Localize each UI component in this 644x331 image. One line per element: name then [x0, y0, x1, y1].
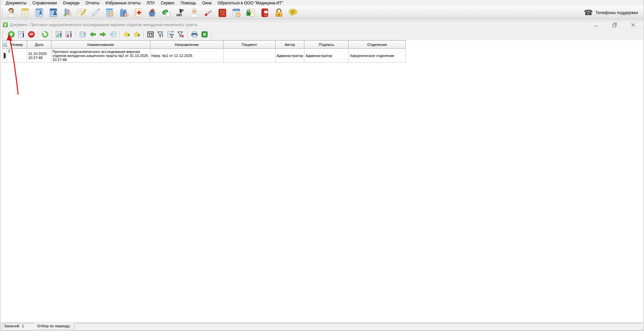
menu-windows[interactable]: Окна: [199, 0, 214, 6]
menu-directories[interactable]: Справочники: [30, 0, 60, 6]
main-toolbar: ☎ Телефоны поддержки: [1, 6, 643, 20]
documents-table: Номер Дата Наименование Направление Паци…: [2, 40, 406, 63]
print-button[interactable]: [189, 30, 199, 39]
edit-button[interactable]: [16, 30, 26, 39]
toolbar-separator: [211, 31, 211, 38]
status-bar: Записей: 1 Отбор по периоду:: [1, 322, 643, 330]
chat-icon[interactable]: [288, 8, 298, 18]
toolbar-separator: [52, 31, 52, 38]
menu-reports[interactable]: Отчеты: [83, 0, 102, 6]
column-properties-button[interactable]: [3, 41, 7, 49]
filter-form-button[interactable]: [165, 30, 176, 39]
document-list-area: Номер Дата Наименование Направление Паци…: [1, 40, 643, 322]
lock-icon[interactable]: [274, 8, 284, 18]
menu-contact-vendor[interactable]: Обратиться в ООО "Медицина-ИТ": [214, 0, 286, 6]
toolbar-gripper[interactable]: [2, 8, 4, 18]
restore-button[interactable]: [610, 22, 619, 28]
toolbar-separator: [119, 31, 120, 38]
menu-favorite-reports[interactable]: Избранные отчеты: [102, 0, 144, 6]
filter-clear-button[interactable]: [176, 30, 186, 39]
pill-basket-icon[interactable]: [147, 8, 157, 18]
favorite-apply-button[interactable]: [132, 30, 142, 39]
unsign-button[interactable]: [64, 30, 74, 39]
menu-lpu[interactable]: ЛПУ: [144, 0, 158, 6]
cell-author[interactable]: Администратор: [276, 49, 304, 63]
add-button[interactable]: [6, 30, 16, 39]
cell-patient[interactable]: [224, 49, 276, 63]
open-list-button[interactable]: [78, 30, 88, 39]
notes-icon[interactable]: [76, 8, 87, 18]
period-filter-value: [74, 323, 642, 329]
calendar-day-label: 23: [148, 33, 152, 37]
menu-help[interactable]: Помощь: [178, 0, 199, 6]
column-header-date[interactable]: Дата: [27, 41, 51, 49]
export-excel-button[interactable]: [199, 30, 209, 39]
next-button[interactable]: [98, 30, 108, 39]
menu-bar: Документы Справочники Очереди Отчеты Изб…: [1, 0, 643, 6]
cell-department[interactable]: Хирургическое отделение: [349, 49, 406, 63]
journal-icon[interactable]: [20, 8, 30, 18]
delete-button[interactable]: [26, 30, 36, 39]
support-phones[interactable]: ☎ Телефоны поддержки: [584, 9, 642, 16]
menu-documents[interactable]: Документы: [3, 0, 30, 6]
nurse-icon[interactable]: [189, 8, 199, 18]
filter-button[interactable]: [155, 30, 165, 39]
column-header-name[interactable]: Наименование: [51, 41, 150, 49]
cell-number[interactable]: 2: [7, 49, 27, 63]
timetable-icon[interactable]: [231, 8, 242, 18]
patient-card-2-icon[interactable]: [48, 8, 58, 18]
pharmacy-icon[interactable]: [118, 8, 129, 18]
column-header-patient[interactable]: Пациент: [224, 41, 276, 49]
favorite-add-button[interactable]: [121, 30, 132, 39]
column-header-number[interactable]: Номер: [7, 41, 27, 49]
document-toolbar: 23: [1, 29, 643, 40]
prev-button[interactable]: [88, 30, 98, 39]
close-button[interactable]: [629, 22, 637, 28]
referral-book-icon[interactable]: [259, 8, 270, 18]
table-header-row: Номер Дата Наименование Направление Паци…: [3, 41, 406, 49]
phone-icon: ☎: [584, 9, 593, 16]
minimize-button[interactable]: [592, 22, 600, 28]
thermometer-icon[interactable]: [203, 8, 213, 18]
table-row[interactable]: 2 31.10.2025 10:27:48 Протокол эндоскопи…: [3, 49, 406, 63]
column-header-department[interactable]: Отделение: [349, 41, 406, 49]
cell-date[interactable]: 31.10.2025 10:27:48: [27, 49, 51, 63]
syringe-icon[interactable]: [90, 8, 101, 18]
toolbar-separator: [38, 31, 38, 38]
toolbar-separator: [187, 31, 188, 38]
patient-card-icon[interactable]: [34, 8, 44, 18]
cell-referral[interactable]: Напр. №1 от 12.12.2025: [150, 49, 224, 63]
document-window: Документ: Протокол эндоскопического иссл…: [1, 21, 643, 331]
menu-service[interactable]: Сервис: [158, 0, 178, 6]
refresh-button[interactable]: [40, 30, 50, 39]
support-phones-label: Телефоны поддержки: [595, 10, 638, 15]
pills-icon[interactable]: [161, 8, 171, 18]
document-toolbar-gripper[interactable]: [3, 31, 4, 39]
goto-list-button[interactable]: [108, 30, 118, 39]
toolbar-separator: [143, 31, 144, 38]
lab-icon[interactable]: [62, 8, 72, 18]
column-header-signature[interactable]: Подпись: [304, 41, 349, 49]
registrar-icon[interactable]: [6, 8, 16, 18]
protected-doc-icon[interactable]: [245, 8, 256, 18]
med-book-icon[interactable]: [133, 8, 143, 18]
barcode-scanner-icon[interactable]: [175, 8, 185, 18]
current-row-marker-icon: [4, 52, 6, 59]
schedule-card-icon[interactable]: [104, 8, 115, 18]
menu-queues[interactable]: Очереди: [60, 0, 83, 6]
records-label: Записей:: [4, 324, 20, 328]
column-header-author[interactable]: Автор: [276, 41, 304, 49]
column-header-referral[interactable]: Направление: [150, 41, 224, 49]
personnel-book-icon[interactable]: [217, 8, 228, 18]
document-window-title: Документ: Протокол эндоскопического иссл…: [10, 22, 197, 27]
sign-button[interactable]: [54, 30, 64, 39]
row-selector-cell: [3, 49, 7, 63]
period-filter-label: Отбор по периоду:: [36, 323, 72, 329]
window-bottom-edge: [1, 330, 643, 331]
document-window-titlebar: Документ: Протокол эндоскопического иссл…: [1, 21, 643, 29]
period-calendar-button[interactable]: 23: [145, 30, 155, 39]
application-window: Документы Справочники Очереди Отчеты Изб…: [0, 0, 644, 331]
cell-signature[interactable]: Администратор: [304, 49, 349, 63]
document-icon: [3, 22, 8, 27]
cell-name[interactable]: Протокол эндоскопического исследования в…: [51, 49, 150, 63]
